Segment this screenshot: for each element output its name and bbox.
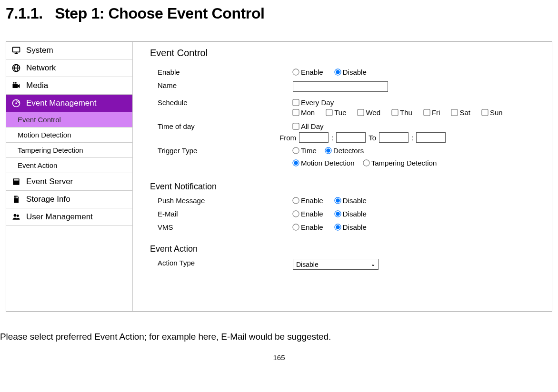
checkbox-label-wed: Wed [366, 108, 380, 117]
checkbox-label-all-day: All Day [301, 122, 324, 130]
radio-label-email-disable: Disable [343, 210, 367, 218]
time-to-min[interactable] [416, 132, 446, 143]
sidebar-item-label: Network [26, 63, 56, 73]
label-schedule: Schedule [150, 98, 293, 107]
label-to: To [369, 134, 376, 142]
checkbox-mon[interactable] [292, 109, 299, 116]
row-schedule: Schedule Every Day Mon Tue Wed Thu Fri S… [150, 98, 552, 118]
radio-push-disable[interactable] [334, 197, 341, 204]
sidebar-item-label: User Management [26, 212, 93, 222]
page-title: Event Control [150, 48, 552, 59]
sidebar-item-network[interactable]: Network [6, 59, 132, 77]
label-colon1: : [331, 134, 333, 142]
sd-card-icon [11, 194, 21, 205]
radio-detector-motion[interactable] [292, 159, 299, 166]
radio-trigger-time[interactable] [292, 147, 299, 154]
checkbox-sat[interactable] [451, 109, 458, 116]
camera-icon [11, 80, 21, 91]
chevron-down-icon: ⌄ [371, 261, 375, 267]
heading-text: Step 1: Choose Event Control [55, 5, 264, 22]
label-action-type: Action Type [150, 259, 293, 267]
checkbox-tue[interactable] [326, 109, 333, 116]
radio-push-enable[interactable] [292, 197, 299, 204]
main-content: Event Control Enable Enable Disable Name… [133, 42, 552, 311]
sidebar-item-label: Event Control [18, 116, 61, 124]
monitor-icon [11, 45, 21, 56]
radio-label-push-enable: Enable [301, 196, 323, 205]
sidebar-item-label: Event Management [26, 98, 96, 108]
sidebar-item-label: System [26, 46, 53, 55]
checkbox-sun[interactable] [481, 109, 488, 116]
radio-label-time: Time [301, 147, 317, 155]
radio-label-enable: Enable [301, 68, 323, 76]
label-push: Push Message [150, 196, 293, 205]
sidebar-item-motion-detection[interactable]: Motion Detection [6, 127, 132, 143]
svg-rect-0 [13, 47, 20, 52]
label-vms: VMS [150, 223, 293, 231]
row-timeofday: Time of day All Day From : To : [150, 121, 552, 144]
svg-rect-16 [17, 196, 18, 198]
sidebar-item-media[interactable]: Media [6, 77, 132, 95]
svg-rect-6 [13, 84, 18, 88]
radio-detector-tamper[interactable] [363, 159, 369, 166]
sidebar-item-label: Tampering Detection [18, 146, 83, 154]
label-enable: Enable [150, 68, 293, 76]
time-from-hour[interactable] [299, 132, 329, 143]
label-timeofday: Time of day [150, 122, 293, 130]
checkbox-all-day[interactable] [292, 123, 299, 129]
checkbox-label-every-day: Every Day [301, 98, 334, 107]
svg-point-8 [13, 82, 14, 84]
sidebar-item-event-action[interactable]: Event Action [6, 158, 132, 173]
radio-vms-disable[interactable] [334, 224, 341, 230]
time-from-min[interactable] [336, 132, 366, 143]
sidebar-nav: System Network Media Event Management Ev… [6, 42, 133, 311]
checkbox-fri[interactable] [423, 109, 430, 116]
name-input[interactable] [293, 81, 388, 92]
sidebar-item-event-management[interactable]: Event Management [6, 95, 132, 112]
radio-label-vms-enable: Enable [301, 223, 323, 231]
radio-label-disable: Disable [343, 68, 367, 76]
sidebar-item-storage-info[interactable]: Storage Info [6, 191, 132, 208]
radio-email-enable[interactable] [292, 210, 299, 217]
sidebar-item-event-control[interactable]: Event Control [6, 112, 132, 127]
checkbox-thu[interactable] [391, 109, 398, 116]
section-event-action: Event Action [150, 244, 552, 254]
select-value: Disable [296, 261, 319, 268]
sidebar-item-label: Event Action [18, 161, 57, 169]
checkbox-every-day[interactable] [292, 99, 299, 106]
event-icon [11, 98, 21, 108]
sidebar-item-system[interactable]: System [6, 42, 132, 59]
label-email: E-Mail [150, 210, 293, 218]
globe-icon [11, 63, 21, 73]
sidebar-item-label: Storage Info [26, 195, 70, 204]
radio-label-detectors: Detectors [333, 147, 364, 155]
radio-vms-enable[interactable] [292, 224, 299, 230]
svg-point-11 [15, 102, 17, 104]
checkbox-label-fri: Fri [432, 108, 440, 117]
svg-marker-7 [18, 84, 20, 88]
radio-label-vms-disable: Disable [343, 223, 367, 231]
page-number: 165 [0, 353, 558, 362]
radio-label-push-disable: Disable [343, 196, 367, 205]
row-action-type: Action Type Disable ⌄ [150, 258, 552, 271]
row-push: Push Message Enable Disable [150, 196, 552, 209]
row-trigger: Trigger Type Time Detectors Motion Detec… [150, 146, 552, 168]
sidebar-item-label: Event Server [26, 177, 73, 186]
sidebar-item-event-server[interactable]: Event Server [6, 173, 132, 191]
svg-rect-13 [14, 179, 19, 181]
label-colon2: : [411, 134, 413, 142]
sidebar-item-label: Motion Detection [18, 131, 71, 139]
checkbox-wed[interactable] [358, 109, 364, 116]
sidebar-item-user-management[interactable]: User Management [6, 208, 132, 226]
select-action-type[interactable]: Disable ⌄ [293, 259, 379, 270]
sidebar-item-tampering-detection[interactable]: Tampering Detection [6, 143, 132, 158]
row-enable: Enable Enable Disable [150, 67, 552, 80]
row-name: Name [150, 80, 552, 94]
radio-email-disable[interactable] [334, 210, 341, 217]
radio-trigger-detectors[interactable] [325, 147, 331, 154]
radio-enable-yes[interactable] [292, 69, 299, 75]
checkbox-label-mon: Mon [301, 108, 315, 117]
radio-enable-no[interactable] [334, 69, 341, 75]
sidebar-item-label: Media [26, 81, 48, 90]
time-to-hour[interactable] [379, 132, 409, 143]
